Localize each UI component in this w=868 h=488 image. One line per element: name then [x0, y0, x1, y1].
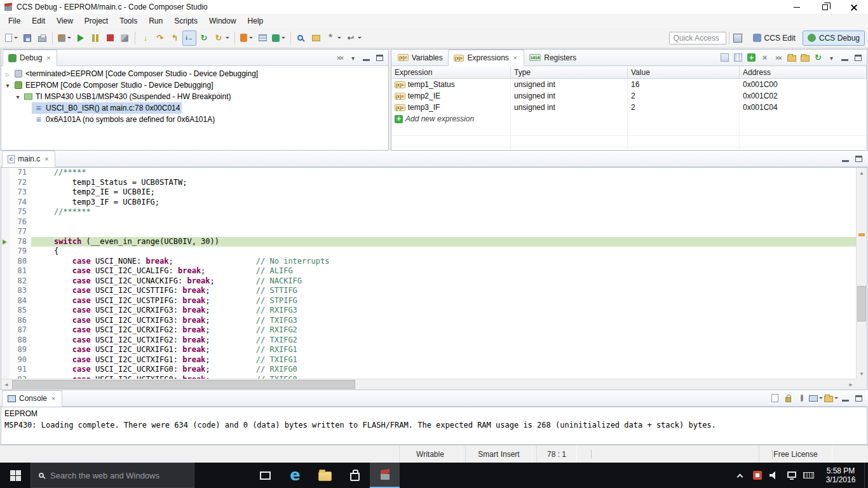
tray-program-button[interactable]: [749, 463, 766, 488]
code-line[interactable]: 84 case USCI_I2C_UCSTPIFG: break; // STP…: [1, 296, 856, 306]
tab-variables[interactable]: Variables: [393, 50, 448, 65]
taskbar-search[interactable]: Search the web and Windows: [31, 463, 194, 488]
dropdown-arrow-icon[interactable]: [14, 37, 18, 39]
step-into-button[interactable]: [139, 30, 153, 46]
clear-console-button[interactable]: [769, 392, 781, 404]
code-line[interactable]: 88 case USCI_I2C_UCTXIFG2: break; // TXI…: [1, 336, 856, 346]
print-button[interactable]: [35, 30, 49, 46]
add-new-expression-row[interactable]: Add new expression: [391, 113, 867, 125]
code-line[interactable]: 90 case USCI_I2C_UCTXIFG1: break; // TXI…: [1, 355, 856, 365]
code-line[interactable]: 79 {: [1, 247, 856, 257]
display-console-button[interactable]: [809, 392, 823, 404]
open-element-button[interactable]: [309, 30, 323, 46]
column-header-expression[interactable]: Expression: [391, 66, 511, 79]
annotation-button[interactable]: [323, 30, 343, 46]
suspend-button[interactable]: [88, 30, 102, 46]
build-button[interactable]: [56, 30, 73, 46]
menu-scripts[interactable]: Scripts: [168, 14, 203, 28]
code-line[interactable]: 81 case USCI_I2C_UCALIFG: break; // ALIF…: [1, 266, 856, 276]
keyboard-button[interactable]: [800, 463, 817, 488]
column-header-address[interactable]: Address: [740, 66, 867, 79]
memory-button[interactable]: [255, 30, 269, 46]
close-tab-icon[interactable]: [45, 54, 51, 62]
number-format-button[interactable]: [719, 51, 731, 64]
scroll-lock-button[interactable]: [782, 392, 794, 404]
menu-view[interactable]: View: [51, 14, 79, 28]
expression-row[interactable]: temp1_Statusunsigned int160x001C00: [391, 79, 867, 90]
pin-console-button[interactable]: [796, 392, 808, 404]
expression-row[interactable]: temp3_IFunsigned int20x001C04: [391, 102, 867, 113]
add-expression-button[interactable]: [745, 51, 757, 64]
close-window-button[interactable]: [839, 0, 868, 14]
menu-run[interactable]: Run: [143, 14, 168, 28]
restore-window-button[interactable]: [811, 0, 839, 14]
taskbar-clock[interactable]: 5:58 PM 3/1/2016: [817, 463, 864, 488]
file-explorer-button[interactable]: [310, 463, 340, 488]
debug-tree-item[interactable]: <terminated>EEPROM [Code Composer Studio…: [1, 68, 388, 79]
menu-edit[interactable]: Edit: [26, 14, 51, 28]
perspective-ccs-edit[interactable]: CCS Edit: [748, 30, 801, 46]
code-line[interactable]: 80 case USCI_NONE: break; // No interrup…: [1, 257, 856, 267]
minimize-button[interactable]: [839, 152, 851, 165]
new-file-button[interactable]: [3, 30, 20, 46]
code-line[interactable]: 77: [1, 227, 856, 237]
tab-expressions[interactable]: Expressions: [448, 50, 524, 66]
restart-button[interactable]: [197, 30, 211, 46]
minimize-button[interactable]: [839, 392, 851, 404]
vertical-scrollbar[interactable]: [856, 168, 867, 379]
tray-expand-button[interactable]: [731, 463, 749, 488]
debug-tree-item[interactable]: TI MSP430 USB1/MSP430 (Suspended - HW Br…: [1, 91, 388, 102]
maximize-button[interactable]: [374, 51, 386, 64]
tab-debug[interactable]: Debug: [3, 50, 57, 66]
close-tab-icon[interactable]: [50, 395, 57, 402]
view-menu-button[interactable]: [825, 51, 837, 64]
show-desktop-button[interactable]: [864, 463, 868, 488]
terminate-button[interactable]: [103, 30, 117, 46]
expression-row[interactable]: temp2_IEunsigned int20x001C02: [391, 90, 867, 102]
horizontal-scrollbar-thumb[interactable]: [12, 380, 355, 389]
close-tab-icon[interactable]: [43, 155, 50, 163]
remove-expression-button[interactable]: [759, 51, 771, 64]
highlight-button[interactable]: [270, 30, 287, 46]
store-button[interactable]: [340, 463, 370, 488]
code-area[interactable]: 71 //*****72 temp1_Status = UCB0STATW;73…: [1, 168, 856, 379]
refresh-button[interactable]: [812, 51, 824, 64]
menu-project[interactable]: Project: [79, 14, 114, 28]
dropdown-arrow-icon[interactable]: [249, 37, 253, 39]
view-menu-button[interactable]: [347, 51, 359, 64]
code-line[interactable]: 75 //******: [1, 207, 856, 217]
code-line[interactable]: 83 case USCI_I2C_UCSTTIFG: break; // STT…: [1, 286, 856, 296]
maximize-button[interactable]: [853, 392, 865, 404]
start-button[interactable]: [0, 463, 31, 488]
open-perspective-button[interactable]: [732, 32, 744, 44]
code-line[interactable]: 74 temp3_IF = UCB0IFG;: [1, 198, 856, 208]
remove-all-terminated-button[interactable]: [334, 51, 346, 64]
code-line[interactable]: 89 case USCI_I2C_UCRXIFG1: break; // RXI…: [1, 345, 856, 355]
code-line[interactable]: 76: [1, 217, 856, 227]
ccs-button[interactable]: [370, 463, 400, 488]
menu-file[interactable]: File: [3, 14, 26, 28]
code-line[interactable]: 82 case USCI_I2C_UCNACKIFG: break; // NA…: [1, 276, 856, 287]
dropdown-arrow-icon[interactable]: [67, 37, 71, 39]
maximize-button[interactable]: [853, 152, 865, 165]
resume-button[interactable]: [74, 30, 88, 46]
code-line[interactable]: 86 case USCI_I2C_UCTXIFG3: break; // TXI…: [1, 316, 856, 326]
minimize-window-button[interactable]: [782, 0, 811, 14]
save-button[interactable]: [20, 30, 34, 46]
minimize-button[interactable]: [839, 51, 851, 64]
dropdown-arrow-icon[interactable]: [337, 37, 341, 39]
edge-button[interactable]: [280, 463, 310, 488]
step-return-button[interactable]: [168, 30, 182, 46]
scroll-down-arrow[interactable]: [857, 369, 867, 379]
scroll-right-arrow[interactable]: [846, 379, 856, 390]
debug-tree-item[interactable]: 0x6A101A (no symbols are defined for 0x6…: [1, 114, 388, 125]
scroll-left-arrow[interactable]: [1, 379, 11, 390]
collapsed-arrow-icon[interactable]: [4, 69, 11, 78]
volume-button[interactable]: [766, 463, 783, 488]
open-console-button[interactable]: [824, 392, 838, 404]
menu-help[interactable]: Help: [242, 14, 269, 28]
debug-tree-item[interactable]: EEPROM [Code Composer Studio - Device De…: [1, 79, 388, 91]
dropdown-arrow-icon[interactable]: [358, 37, 362, 39]
expanded-arrow-icon[interactable]: [4, 81, 11, 90]
column-header-type[interactable]: Type: [511, 66, 628, 79]
